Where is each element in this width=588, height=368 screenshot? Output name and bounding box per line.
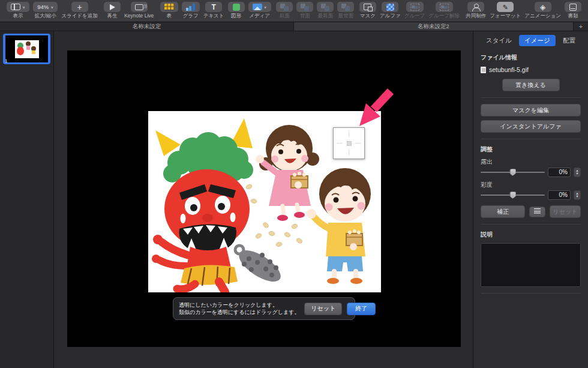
file-info-heading: ファイル情報 [481, 53, 581, 62]
adjustment-sliders-button[interactable] [529, 207, 545, 217]
ungroup-label: グループ解除 [428, 13, 460, 19]
move-forward-button: 前面 [276, 2, 293, 19]
document-label: 書類 [568, 13, 578, 19]
move-backward-label: 背面 [300, 13, 310, 19]
collaborate-label: 共同制作 [466, 13, 486, 19]
bring-to-front-icon [321, 4, 329, 11]
format-brush-icon: ✎ [503, 4, 508, 11]
ungroup-icon [440, 4, 449, 11]
collaborate-icon [472, 4, 480, 11]
keynote-live-button[interactable]: Keynote Live [124, 2, 154, 19]
mask-label: マスク [360, 13, 376, 19]
text-button[interactable]: T テキスト [203, 2, 224, 19]
hud-instruction-line1: 透明にしたいカラーをクリックします。 [179, 301, 299, 309]
hud-reset-button[interactable]: リセット [304, 303, 342, 315]
text-icon: T [211, 4, 215, 11]
chart-label: グラフ [183, 13, 199, 19]
hud-done-button[interactable]: 終了 [347, 303, 376, 315]
chevron-down-icon: ∨ [50, 5, 53, 8]
mask-button[interactable]: マスク [359, 2, 376, 19]
chevron-down-icon: ∨ [264, 5, 267, 8]
text-label: テキスト [203, 13, 224, 19]
saturation-stepper[interactable]: ▲▼ [574, 190, 581, 200]
alpha-selection-box[interactable] [333, 127, 365, 159]
document-button[interactable]: 書類 [565, 2, 581, 19]
exposure-stepper[interactable]: ▲▼ [574, 167, 581, 177]
replace-button[interactable]: 置き換える [502, 79, 560, 91]
chevron-down-icon: ∨ [22, 5, 25, 8]
saturation-value-field[interactable]: 0% [548, 190, 571, 200]
editor-canvas: 透明にしたいカラーをクリックします。 類似のカラーを透明にするにはドラッグします… [54, 31, 473, 368]
instant-alpha-icon [386, 4, 394, 11]
zoom-dropdown[interactable]: 94%∨ 拡大/縮小 [33, 2, 58, 19]
saturation-slider-knob[interactable] [509, 192, 516, 199]
play-button[interactable]: 再生 [104, 2, 121, 19]
plus-icon: + [77, 3, 82, 11]
adjust-heading: 調整 [481, 145, 581, 154]
media-button[interactable]: ∨ メディア [248, 2, 271, 19]
zoom-value: 94% [37, 4, 49, 10]
animate-diamond-icon: ◈ [540, 4, 545, 11]
slide-navigator: 1 [0, 31, 54, 368]
exposure-slider[interactable] [481, 172, 545, 173]
tab-image[interactable]: イメージ [519, 35, 556, 46]
keynote-live-icon [135, 4, 143, 10]
exposure-label: 露出 [481, 158, 581, 166]
animate-button[interactable]: ◈ アニメーション [524, 2, 561, 19]
alpha-selection-center-icon [347, 141, 352, 146]
animate-label: アニメーション [524, 13, 561, 19]
shape-icon [233, 4, 240, 11]
media-icon [253, 4, 262, 10]
collaborate-button[interactable]: 共同制作 [466, 2, 486, 19]
send-to-back-label: 最背面 [338, 13, 354, 19]
exposure-slider-knob[interactable] [509, 169, 516, 176]
shape-label: 図形 [231, 13, 241, 19]
bring-to-front-button: 最前面 [317, 2, 334, 19]
slide-thumbnail-preview [5, 35, 48, 62]
shape-button[interactable]: 図形 [228, 2, 245, 19]
new-tab-button[interactable]: + [574, 22, 588, 31]
move-forward-icon [280, 4, 289, 11]
tab-untitled-2[interactable]: 名称未設定2 [294, 22, 574, 31]
saturation-slider[interactable] [481, 195, 545, 196]
group-button: グループ [404, 2, 425, 19]
slide[interactable]: 透明にしたいカラーをクリックします。 類似のカラーを透明にするにはドラッグします… [67, 50, 461, 347]
view-button[interactable]: ∨ 表示 [7, 2, 29, 19]
add-slide-button[interactable]: + スライドを追加 [61, 2, 98, 19]
tab-style[interactable]: スタイル [481, 35, 517, 46]
enhance-button[interactable]: 補正 [481, 205, 525, 218]
slide-number: 1 [5, 58, 7, 64]
send-to-back-icon [341, 4, 350, 11]
saturation-label: 彩度 [481, 181, 581, 189]
zoom-label: 拡大/縮小 [35, 13, 56, 19]
table-icon [164, 4, 174, 10]
view-window-icon [11, 4, 20, 10]
bring-to-front-label: 最前面 [318, 13, 334, 19]
plus-icon: + [579, 23, 583, 30]
mask-icon [364, 4, 371, 10]
format-label: フォーマット [490, 13, 521, 19]
adjust-reset-button: リセット [550, 205, 581, 218]
play-icon [110, 4, 115, 10]
tab-untitled-1[interactable]: 名称未設定 [0, 22, 294, 31]
move-backward-button: 背面 [296, 2, 313, 19]
move-forward-label: 前面 [280, 13, 290, 19]
exposure-value-field[interactable]: 0% [548, 167, 571, 177]
tab-arrange[interactable]: 配置 [557, 35, 581, 46]
media-label: メディア [249, 13, 270, 19]
format-button[interactable]: ✎ フォーマット [490, 2, 521, 19]
chart-button[interactable]: グラフ [182, 2, 200, 19]
add-slide-label: スライドを追加 [61, 13, 98, 19]
slide-thumbnail-selected[interactable]: 1 [3, 34, 50, 64]
instant-alpha-panel-button[interactable]: インスタントアルファ [481, 120, 581, 133]
group-icon [410, 4, 419, 11]
file-name: setubunfi-5.gif [489, 66, 529, 73]
table-button[interactable]: 表 [160, 2, 178, 19]
format-inspector: スタイル イメージ 配置 ファイル情報 setubunfi-5.gif 置き換え… [473, 31, 588, 368]
document-icon [569, 4, 577, 11]
description-textarea[interactable] [481, 243, 581, 287]
instant-alpha-button[interactable]: アルファ [380, 2, 401, 19]
ungroup-button: グループ解除 [428, 2, 460, 19]
instant-alpha-label: アルファ [380, 13, 401, 19]
edit-mask-button[interactable]: マスクを編集 [481, 104, 581, 116]
